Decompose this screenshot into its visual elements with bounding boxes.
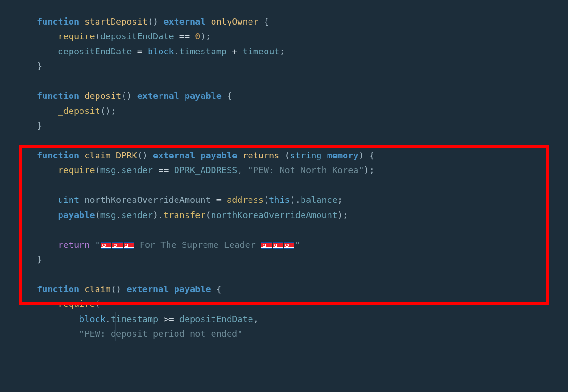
flag-icon xyxy=(261,242,272,249)
code-line: function deposit() external payable { xyxy=(37,88,568,103)
blank-line xyxy=(37,267,568,281)
code-line: function startDeposit() external onlyOwn… xyxy=(37,14,568,29)
blank-line xyxy=(37,133,568,148)
code-line: } xyxy=(37,118,568,133)
code-line: depositEndDate = block.timestamp + timeo… xyxy=(37,44,568,59)
modifier-onlyOwner: onlyOwner xyxy=(211,17,258,26)
code-line: _deposit(); xyxy=(37,104,568,118)
keyword-this: this xyxy=(269,195,290,205)
keyword-return: return xyxy=(58,240,90,250)
ident-block: block xyxy=(148,46,174,56)
flag-icon xyxy=(112,242,123,249)
ident-dprk-address: DPRK_ADDRESS xyxy=(174,165,238,175)
keyword-memory: memory xyxy=(327,150,359,160)
type-string: string xyxy=(290,150,322,160)
code-line: block.timestamp >= depositEndDate, xyxy=(37,312,568,326)
code-line: require( xyxy=(37,296,568,311)
code-line: } xyxy=(37,59,568,73)
blank-line xyxy=(37,74,568,88)
code-line: return " For The Supreme Leader " xyxy=(37,237,568,252)
flag-icon xyxy=(124,242,134,249)
keyword-function: function xyxy=(37,17,79,26)
keyword-external: external xyxy=(163,17,205,26)
flag-icon xyxy=(273,242,283,249)
keyword-payable: payable xyxy=(185,91,222,101)
type-uint: uint xyxy=(58,195,80,205)
number-zero: 0 xyxy=(195,31,200,41)
flag-icon xyxy=(101,242,111,249)
flag-icon xyxy=(284,242,294,249)
keyword-returns: returns xyxy=(242,150,279,160)
code-line: "PEW: deposit period not ended" xyxy=(37,326,568,341)
function-name: claim xyxy=(84,284,111,294)
function-name: startDeposit xyxy=(84,17,148,26)
code-line: payable(msg.sender).transfer(northKoreaO… xyxy=(37,208,568,222)
code-line: require(depositEndDate == 0); xyxy=(37,29,568,44)
code-line: function claim() external payable { xyxy=(37,282,568,296)
code-editor[interactable]: function startDeposit() external onlyOwn… xyxy=(0,14,568,341)
function-name: claim_DPRK xyxy=(84,150,137,160)
string-literal: "PEW: Not North Korea" xyxy=(248,165,364,175)
blank-line xyxy=(37,222,568,237)
call-require: require xyxy=(58,31,95,41)
function-name: deposit xyxy=(84,91,121,101)
ident-depositEndDate: depositEndDate xyxy=(100,31,174,41)
code-line: function claim_DPRK() external payable r… xyxy=(37,148,568,163)
string-literal: "PEW: deposit period not ended" xyxy=(79,329,242,339)
code-line: uint northKoreaOverrideAmount = address(… xyxy=(37,192,568,207)
blank-line xyxy=(37,178,568,192)
code-line: } xyxy=(37,252,568,267)
code-line: require(msg.sender == DPRK_ADDRESS, "PEW… xyxy=(37,163,568,177)
